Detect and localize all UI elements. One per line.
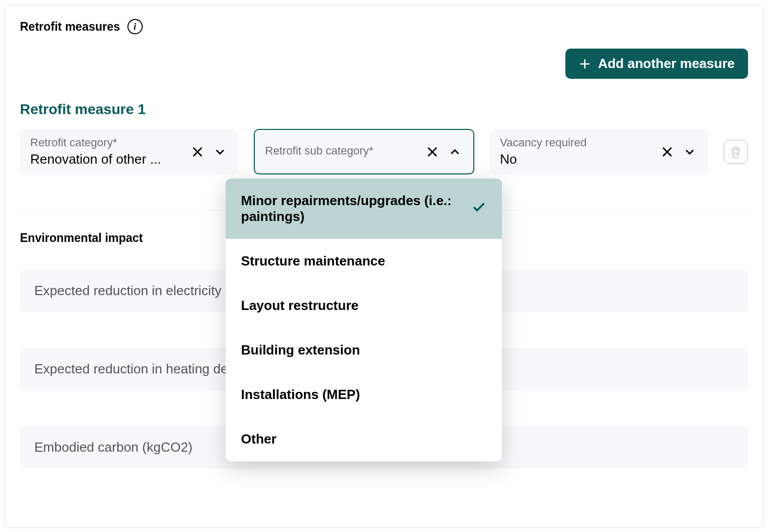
delete-measure-button[interactable] [723,140,748,164]
info-icon[interactable]: i [127,19,143,34]
measure-fields: Retrofit category* Renovation of other .… [20,129,748,174]
chevron-down-icon[interactable] [212,144,228,160]
measure-title: Retrofit measure 1 [20,101,748,118]
check-icon [471,199,487,218]
dropdown-option[interactable]: Structure maintenance [226,239,502,283]
dropdown-option[interactable]: Other [226,417,502,461]
dropdown-option[interactable]: Minor repairments/upgrades (i.e.: painti… [226,179,502,239]
vacancy-required-select[interactable]: Vacancy required No [490,129,708,174]
chevron-down-icon[interactable] [682,144,698,160]
vacancy-required-value: No [500,151,653,167]
vacancy-required-label: Vacancy required [500,136,653,149]
panel-title: Retrofit measures [20,20,120,34]
dropdown-option-label: Building extension [241,342,487,358]
retrofit-subcategory-select[interactable]: Retrofit sub category* [254,129,474,174]
retrofit-category-label: Retrofit category* [30,136,183,149]
plus-icon [579,58,591,70]
dropdown-option-label: Structure maintenance [241,253,487,269]
dropdown-option-label: Layout restructure [241,298,487,314]
panel-header: Retrofit measures i [20,19,748,34]
retrofit-panel: Retrofit measures i Add another measure … [4,4,764,528]
clear-icon[interactable] [424,144,441,160]
add-measure-label: Add another measure [598,56,735,72]
dropdown-option[interactable]: Layout restructure [226,283,502,328]
dropdown-option[interactable]: Installations (MEP) [226,372,502,417]
dropdown-option-label: Minor repairments/upgrades (i.e.: painti… [241,193,463,225]
add-measure-button[interactable]: Add another measure [565,49,748,79]
panel-actions: Add another measure [20,49,748,79]
clear-icon[interactable] [659,144,675,160]
retrofit-category-value: Renovation of other ... [30,151,183,167]
retrofit-subcategory-label: Retrofit sub category* [265,144,418,158]
dropdown-option[interactable]: Building extension [226,328,502,372]
retrofit-category-select[interactable]: Retrofit category* Renovation of other .… [20,129,238,174]
dropdown-option-label: Installations (MEP) [241,387,487,403]
subcategory-dropdown[interactable]: Minor repairments/upgrades (i.e.: painti… [226,179,502,461]
dropdown-option-label: Other [241,431,487,447]
clear-icon[interactable] [189,144,206,160]
chevron-up-icon[interactable] [447,144,463,160]
trash-icon [729,145,742,159]
